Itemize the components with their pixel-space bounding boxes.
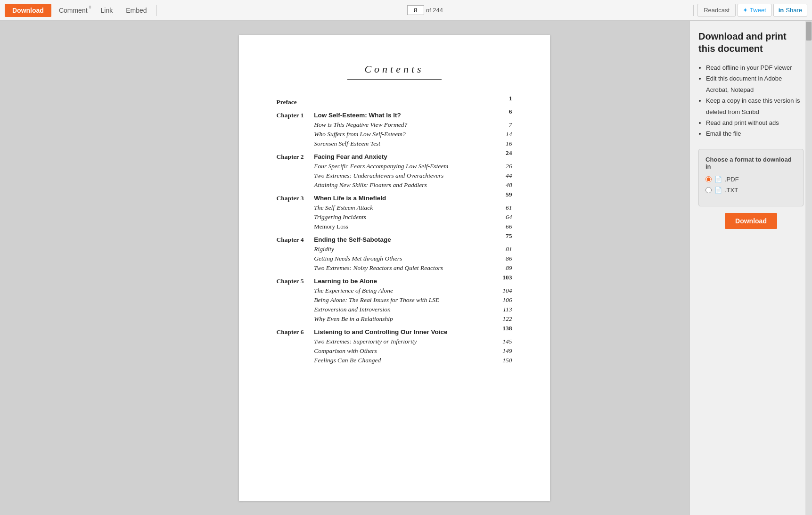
toc-memory-loss: Memory Loss [314, 222, 499, 231]
readcast-button[interactable]: Readcast [697, 4, 736, 16]
toc-sub-page: 81 [499, 245, 512, 254]
toc-chapter-page: 138 [499, 324, 512, 337]
toc-row: Memory Loss 66 [277, 222, 512, 231]
txt-option[interactable]: 📄 .TXT [705, 187, 796, 194]
link-button[interactable]: Link [95, 4, 119, 17]
toc-sub-page: 106 [499, 295, 512, 305]
pdf-icon: 📄 [714, 176, 722, 183]
toc-sub-title: Two Extremes: Underachievers and Overach… [314, 171, 499, 180]
page-input[interactable] [407, 5, 424, 15]
feature-item: Keep a copy in case this version is dele… [706, 95, 804, 117]
toc-row: Who Suffers from Low Self-Esteem? 14 [277, 130, 512, 139]
toc-row: Chapter 2 Facing Fear and Anxiety 24 [277, 148, 512, 162]
toc-chapter-page: 59 [499, 190, 512, 203]
toc-chapter-num: Chapter 5 [277, 273, 314, 286]
page-navigation: of 244 [407, 5, 443, 15]
toc-sub-title: Four Specific Fears Accompanying Low Sel… [314, 162, 499, 171]
toc-sub-page: 104 [499, 286, 512, 295]
toc-row: Chapter 5 Learning to be Alone 103 [277, 273, 512, 286]
features-list: Read offline in your PDF viewer Edit thi… [698, 62, 804, 139]
email-file-link[interactable]: Email the file [706, 130, 741, 137]
toc-preface: Preface [277, 94, 499, 107]
toc-sub-title: The Experience of Being Alone [314, 286, 499, 295]
feature-email: Email the file [706, 128, 804, 139]
toc-row: Two Extremes: Underachievers and Overach… [277, 171, 512, 180]
toolbar-separator-2 [693, 5, 694, 16]
toc-chapter-num: Chapter 2 [277, 148, 314, 162]
toc-sub-title: Two Extremes: Noisy Reactors and Quiet R… [314, 263, 499, 273]
toc-sub-page: 14 [499, 130, 512, 139]
toc-row: The Self-Esteem Attack 61 [277, 203, 512, 213]
toc-row: Triggering Incidents 64 [277, 213, 512, 222]
toc-chapter-title: When Life is a Minefield [314, 190, 499, 203]
toc-row: Preface 1 [277, 94, 512, 107]
tweet-button[interactable]: ✦ Tweet [738, 4, 771, 16]
comment-button[interactable]: Comment0 [53, 4, 93, 17]
toc-row: Getting Needs Met through Others 86 [277, 254, 512, 263]
toc-sub-page: 7 [499, 120, 512, 130]
scrollbar-thumb [806, 22, 812, 41]
toc-sub-page: 64 [499, 213, 512, 222]
toc-sub-title: Being Alone: The Real Issues for Those w… [314, 295, 499, 305]
document-area: Contents Preface 1 Chapter 1 Low Self-Es… [99, 21, 689, 515]
toc-sub-title: Comparison with Others [314, 346, 499, 356]
toc-sub-page: 113 [499, 305, 512, 314]
toc-sub-title: Why Even Be in a Relationship [314, 314, 499, 324]
left-margin [0, 21, 99, 515]
toc-sub-page: 16 [499, 139, 512, 148]
panel-title: Download and print this document [698, 30, 804, 55]
toc-row: Chapter 6 Listening to and Controlling O… [277, 324, 512, 337]
feature-item: Edit this document in Adobe Acrobat, Not… [706, 73, 804, 95]
feature-item: Read offline in your PDF viewer [706, 62, 804, 73]
toc-row: The Experience of Being Alone 104 [277, 286, 512, 295]
toc-chapter-page: 103 [499, 273, 512, 286]
linkedin-icon: in [779, 7, 784, 14]
toc-row: How is This Negative View Formed? 7 [277, 120, 512, 130]
toc-sub-page: 89 [499, 263, 512, 273]
panel-download-button[interactable]: Download [725, 213, 777, 229]
share-label: Share [786, 7, 802, 14]
toc-sub-title: The Self-Esteem Attack [314, 203, 499, 213]
pdf-radio[interactable] [705, 176, 712, 182]
comment-badge: 0 [89, 5, 91, 9]
toolbar-separator [156, 5, 157, 16]
toc-sub-page: 150 [499, 356, 512, 365]
format-heading: Choose a format to download in [705, 156, 796, 170]
toc-chapter-title: Listening to and Controlling Our Inner V… [314, 324, 499, 337]
toc-chapter-num: Chapter 6 [277, 324, 314, 337]
toc-preface-page: 1 [499, 94, 512, 107]
page-total: of 244 [426, 7, 443, 14]
toc-row: Chapter 3 When Life is a Minefield 59 [277, 190, 512, 203]
toc-sub-title: Extroversion and Introversion [314, 305, 499, 314]
toc-sub-title: Two Extremes: Superiority or Inferiority [314, 337, 499, 346]
share-button[interactable]: in Share [773, 4, 807, 16]
toc-row: Two Extremes: Noisy Reactors and Quiet R… [277, 263, 512, 273]
toc-sub-page: 66 [499, 222, 512, 231]
toc-chapter-page: 6 [499, 107, 512, 120]
pdf-option[interactable]: 📄 .PDF [705, 176, 796, 183]
scrollbar-vertical[interactable] [805, 21, 812, 515]
toc-sub-page: 26 [499, 162, 512, 171]
toc-chapter-title: Facing Fear and Anxiety [314, 148, 499, 162]
toc-sub-page: 145 [499, 337, 512, 346]
txt-radio[interactable] [705, 187, 712, 193]
comment-label: Comment [59, 7, 88, 14]
toc-sub-title: Rigidity [314, 245, 499, 254]
right-panel: Download and print this document Read of… [689, 21, 812, 515]
toc-row: Two Extremes: Superiority or Inferiority… [277, 337, 512, 346]
toc-sub-title: Who Suffers from Low Self-Esteem? [314, 130, 499, 139]
toc-row: Four Specific Fears Accompanying Low Sel… [277, 162, 512, 171]
toc-row: Comparison with Others 149 [277, 346, 512, 356]
toc-chapter-title: Learning to be Alone [314, 273, 499, 286]
download-button[interactable]: Download [5, 4, 51, 17]
page-title: Contents [277, 63, 512, 75]
toc-sub-page: 149 [499, 346, 512, 356]
toc-sub-title: Triggering Incidents [314, 213, 499, 222]
toc-row: Sorensen Self-Esteem Test 16 [277, 139, 512, 148]
toc-row: Why Even Be in a Relationship 122 [277, 314, 512, 324]
toc-row: Chapter 1 Low Self-Esteem: What Is It? 6 [277, 107, 512, 120]
embed-button[interactable]: Embed [120, 4, 152, 17]
toc-sub-title: Getting Needs Met through Others [314, 254, 499, 263]
document-page: Contents Preface 1 Chapter 1 Low Self-Es… [239, 35, 550, 501]
toc-chapter-page: 24 [499, 148, 512, 162]
